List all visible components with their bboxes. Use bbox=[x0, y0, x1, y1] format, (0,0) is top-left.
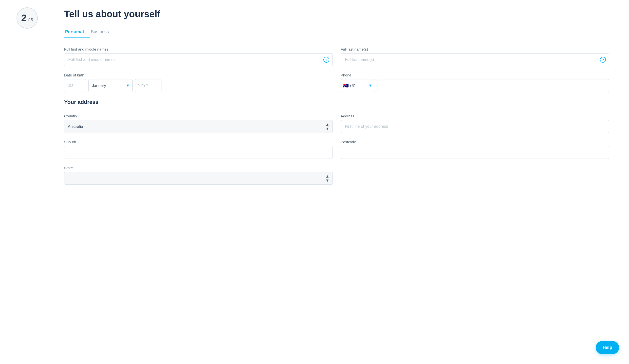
state-select[interactable]: NSW VIC QLD WA SA TAS ACT NT bbox=[64, 172, 333, 185]
country-label: Country bbox=[64, 114, 333, 118]
page-wrapper: 2of 5 Tell us about yourself Personal Bu… bbox=[0, 0, 629, 364]
phone-country-select[interactable]: +61 +64 +1 +44 bbox=[341, 79, 375, 92]
first-names-input[interactable] bbox=[64, 53, 333, 66]
step-number: 2of 5 bbox=[21, 13, 33, 23]
dob-label: Date of birth bbox=[64, 73, 333, 77]
first-names-group: Full first and middle names ? bbox=[64, 47, 333, 66]
last-names-label: Full last name(s) bbox=[341, 47, 609, 51]
address-divider bbox=[64, 107, 609, 107]
dob-month-select[interactable]: January February March April May June Ju… bbox=[88, 79, 133, 92]
suburb-input[interactable] bbox=[64, 146, 333, 159]
last-names-input[interactable] bbox=[341, 53, 609, 66]
state-group: State NSW VIC QLD WA SA TAS ACT NT ▲ bbox=[64, 166, 333, 185]
phone-label: Phone bbox=[341, 73, 609, 77]
country-address-row: Country Australia New Zealand United Sta… bbox=[64, 114, 609, 133]
dob-dd-input[interactable] bbox=[64, 79, 86, 92]
country-select-wrapper: Australia New Zealand United States Unit… bbox=[64, 120, 333, 133]
tab-personal[interactable]: Personal bbox=[64, 27, 90, 38]
postcode-input[interactable] bbox=[341, 146, 609, 159]
state-placeholder-group bbox=[341, 166, 609, 185]
phone-inputs: 🇦🇺 +61 +64 +1 +44 ▼ bbox=[341, 79, 609, 92]
phone-number-input[interactable] bbox=[377, 79, 609, 92]
state-label: State bbox=[64, 166, 333, 170]
phone-group: Phone 🇦🇺 +61 +64 +1 +44 ▼ bbox=[341, 73, 609, 92]
state-row: State NSW VIC QLD WA SA TAS ACT NT ▲ bbox=[64, 166, 609, 185]
tabs-container: Personal Business bbox=[64, 27, 609, 38]
stepper-line bbox=[27, 29, 27, 364]
dob-yyyy-input[interactable] bbox=[135, 79, 162, 92]
last-names-input-wrapper: ? bbox=[341, 53, 609, 66]
page-title: Tell us about yourself bbox=[64, 7, 609, 19]
last-names-group: Full last name(s) ? bbox=[341, 47, 609, 66]
stepper-column: 2of 5 bbox=[0, 0, 54, 364]
suburb-postcode-row: Suburb Postcode bbox=[64, 140, 609, 159]
suburb-group: Suburb bbox=[64, 140, 333, 159]
address-label: Address bbox=[341, 114, 609, 118]
phone-country-wrapper: 🇦🇺 +61 +64 +1 +44 ▼ bbox=[341, 79, 375, 92]
main-content: Tell us about yourself Personal Business… bbox=[54, 0, 629, 364]
dob-inputs: January February March April May June Ju… bbox=[64, 79, 333, 92]
dob-phone-row: Date of birth January February March Apr… bbox=[64, 73, 609, 92]
name-row: Full first and middle names ? Full last … bbox=[64, 47, 609, 66]
help-button[interactable]: Help bbox=[596, 341, 619, 354]
first-names-label: Full first and middle names bbox=[64, 47, 333, 51]
last-names-help-icon[interactable]: ? bbox=[600, 57, 606, 63]
first-names-help-icon[interactable]: ? bbox=[323, 57, 329, 63]
country-group: Country Australia New Zealand United Sta… bbox=[64, 114, 333, 133]
dob-month-wrapper: January February March April May June Ju… bbox=[88, 79, 133, 92]
stepper-circle: 2of 5 bbox=[16, 7, 38, 29]
postcode-label: Postcode bbox=[341, 140, 609, 144]
suburb-label: Suburb bbox=[64, 140, 333, 144]
address-group: Address bbox=[341, 114, 609, 133]
dob-group: Date of birth January February March Apr… bbox=[64, 73, 333, 92]
address-input[interactable] bbox=[341, 120, 609, 133]
address-section-title: Your address bbox=[64, 99, 609, 105]
state-select-wrapper: NSW VIC QLD WA SA TAS ACT NT ▲ ▼ bbox=[64, 172, 333, 185]
postcode-group: Postcode bbox=[341, 140, 609, 159]
country-select[interactable]: Australia New Zealand United States Unit… bbox=[64, 120, 333, 133]
first-names-input-wrapper: ? bbox=[64, 53, 333, 66]
tab-business[interactable]: Business bbox=[90, 27, 115, 38]
